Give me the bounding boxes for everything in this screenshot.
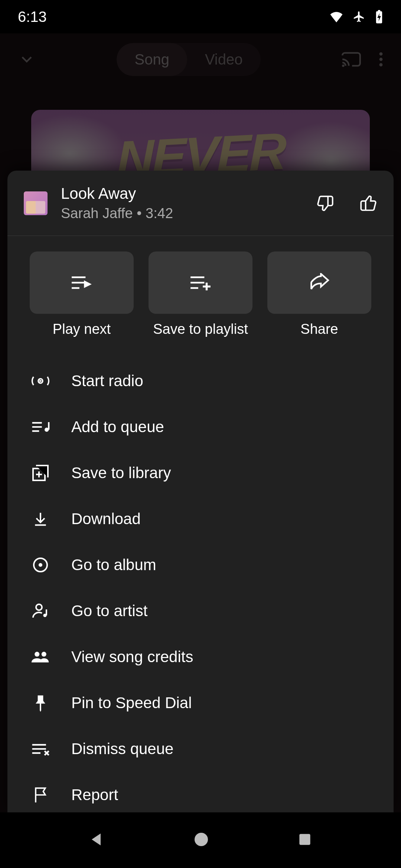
svg-point-15 <box>195 833 208 846</box>
menu-label: Save to library <box>71 464 171 482</box>
radio-icon <box>30 374 50 388</box>
svg-point-5 <box>379 63 383 66</box>
airplane-mode-icon <box>353 10 365 23</box>
tile-play-next[interactable]: Play next <box>30 251 134 337</box>
segment-song[interactable]: Song <box>117 43 187 76</box>
svg-point-13 <box>35 652 39 657</box>
track-subtitle: Sarah Jaffe • 3:42 <box>61 206 303 221</box>
player-top-bar: Song Video <box>0 41 401 78</box>
tile-share[interactable]: Share <box>267 251 371 337</box>
dismiss-queue-icon <box>30 742 50 756</box>
song-video-segment[interactable]: Song Video <box>117 43 260 76</box>
menu-add-queue[interactable]: Add to queue <box>7 404 394 450</box>
nav-home-icon[interactable] <box>192 831 210 850</box>
menu-label: Dismiss queue <box>71 740 173 758</box>
menu-go-album[interactable]: Go to album <box>7 542 394 588</box>
menu-dismiss-queue[interactable]: Dismiss queue <box>7 726 394 772</box>
pin-icon <box>30 694 50 712</box>
tile-label: Play next <box>53 321 111 337</box>
menu-go-artist[interactable]: Go to artist <box>7 588 394 634</box>
nav-recent-icon[interactable] <box>297 831 313 849</box>
sheet-header: Look Away Sarah Jaffe • 3:42 <box>7 171 394 236</box>
status-time: 6:13 <box>18 9 47 25</box>
menu-label: Pin to Speed Dial <box>71 694 192 712</box>
svg-point-10 <box>39 563 42 567</box>
play-next-icon <box>30 251 134 314</box>
save-to-playlist-icon <box>149 251 252 314</box>
save-library-icon <box>30 464 50 482</box>
svg-rect-16 <box>300 834 310 845</box>
action-tiles: Play next Save to playlist Share <box>7 236 394 348</box>
cast-icon[interactable] <box>342 51 361 68</box>
track-thumbnail <box>24 191 48 215</box>
status-icons <box>330 10 383 23</box>
menu-download[interactable]: Download <box>7 496 394 542</box>
artist-icon <box>30 602 50 620</box>
menu-label: View song credits <box>71 648 193 666</box>
menu-label: Add to queue <box>71 418 164 436</box>
thumb-up-icon[interactable] <box>359 194 377 213</box>
svg-point-3 <box>379 52 383 56</box>
menu-report[interactable]: Report <box>7 772 394 812</box>
menu-label: Report <box>71 786 118 804</box>
battery-charging-icon <box>375 10 383 23</box>
people-icon <box>30 650 50 664</box>
menu-label: Go to album <box>71 556 156 574</box>
menu-pin[interactable]: Pin to Speed Dial <box>7 680 394 726</box>
track-title: Look Away <box>61 185 303 203</box>
add-to-queue-icon <box>30 420 50 434</box>
svg-point-11 <box>36 604 42 610</box>
svg-point-4 <box>379 58 383 61</box>
svg-rect-1 <box>378 10 381 12</box>
menu-start-radio[interactable]: Start radio <box>7 358 394 404</box>
share-icon <box>267 251 371 314</box>
more-vert-icon[interactable] <box>379 51 383 68</box>
tile-label: Save to playlist <box>153 321 248 337</box>
menu-label: Go to artist <box>71 602 147 620</box>
thumb-down-icon[interactable] <box>316 194 335 213</box>
tile-save-playlist[interactable]: Save to playlist <box>149 251 252 337</box>
svg-point-2 <box>342 65 345 67</box>
nav-back-icon[interactable] <box>88 831 106 850</box>
segment-video[interactable]: Video <box>187 43 261 76</box>
menu-credits[interactable]: View song credits <box>7 634 394 680</box>
track-meta: Look Away Sarah Jaffe • 3:42 <box>61 185 303 221</box>
system-nav-bar <box>0 812 401 868</box>
menu-label: Download <box>71 510 141 528</box>
svg-point-14 <box>42 652 46 657</box>
menu-label: Start radio <box>71 372 143 390</box>
menu-list: Start radio Add to queue Save to library… <box>7 348 394 812</box>
menu-save-library[interactable]: Save to library <box>7 450 394 496</box>
album-icon <box>30 556 50 574</box>
tile-label: Share <box>300 321 338 337</box>
download-icon <box>30 511 50 527</box>
status-bar: 6:13 <box>0 0 401 33</box>
context-menu-sheet: Look Away Sarah Jaffe • 3:42 Play next S… <box>7 171 394 812</box>
collapse-chevron-icon[interactable] <box>18 50 36 68</box>
wifi-icon <box>330 11 343 22</box>
flag-icon <box>30 786 50 804</box>
